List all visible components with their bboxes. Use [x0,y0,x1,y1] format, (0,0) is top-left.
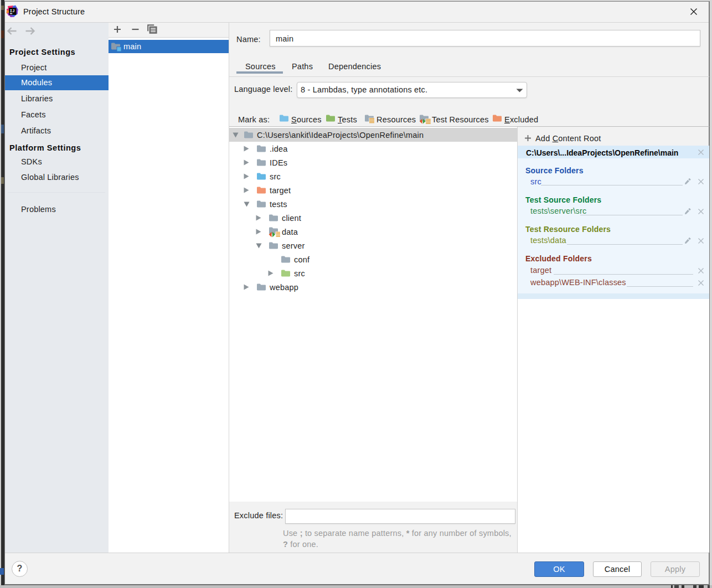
svg-text:IJ: IJ [10,9,15,13]
